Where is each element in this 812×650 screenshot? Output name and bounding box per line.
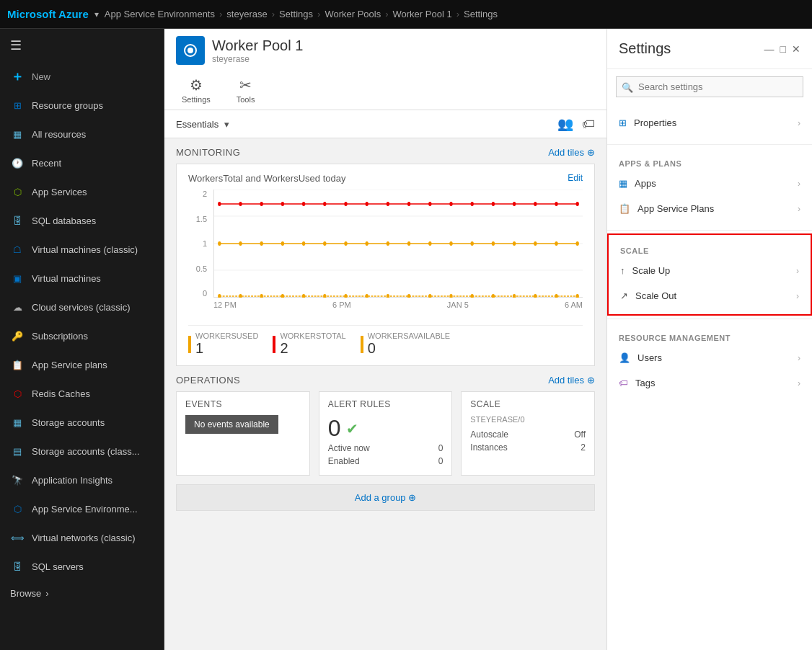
- users-label: Users: [637, 352, 662, 363]
- essentials-chevron-icon[interactable]: ▾: [224, 119, 229, 130]
- sidebar-item-recent[interactable]: 🕐 Recent: [0, 148, 164, 177]
- toolbar-tools-label: Tools: [237, 95, 255, 104]
- brand-label[interactable]: Microsoft Azure: [7, 8, 89, 20]
- sidebar-item-app-services[interactable]: ⬡ App Services: [0, 177, 164, 206]
- brand-chevron[interactable]: ▾: [94, 9, 99, 19]
- right-panel-restore-button[interactable]: □: [780, 43, 786, 55]
- essentials-bar: Essentials ▾ 👥 🏷: [164, 110, 606, 138]
- svg-point-59: [576, 294, 579, 298]
- alert-enabled-row: Enabled 0: [328, 455, 443, 468]
- main-content: Worker Pool 1 steyerase ⚙ Settings ✂ Too…: [164, 29, 606, 650]
- right-panel-close-button[interactable]: ✕: [792, 43, 800, 55]
- sidebar-item-redis-caches[interactable]: ⬡ Redis Caches: [0, 379, 164, 408]
- add-tiles-ops-button[interactable]: Add tiles ⊕: [548, 375, 595, 386]
- users-chevron-icon: ›: [798, 353, 800, 363]
- right-panel-minimize-button[interactable]: —: [764, 43, 775, 55]
- sql-servers-icon: 🗄: [10, 559, 25, 574]
- hamburger-menu[interactable]: ☰: [0, 29, 164, 62]
- add-ops-icon: ⊕: [587, 375, 595, 386]
- operations-row: Events No events available Alert rules 0…: [176, 391, 595, 476]
- sidebar-item-virtual-networks-classic[interactable]: ⟺ Virtual networks (classic): [0, 523, 164, 552]
- sidebar-browse[interactable]: Browse ›: [0, 581, 164, 606]
- chart-metrics: WORKERSUSED 1 WORKERSTOTAL 2: [188, 325, 583, 357]
- sidebar-item-virtual-machines-classic[interactable]: ☖ Virtual machines (classic): [0, 235, 164, 264]
- scale-section-label: SCALE: [609, 241, 811, 258]
- alert-ok-icon: ✔: [346, 420, 358, 437]
- enabled-label: Enabled: [328, 456, 360, 466]
- autoscale-value: Off: [574, 429, 586, 440]
- add-group-bar[interactable]: Add a group ⊕: [176, 484, 595, 511]
- divider-1: [607, 144, 812, 145]
- monitoring-header: Monitoring Add tiles ⊕: [176, 147, 595, 158]
- settings-item-properties[interactable]: ⊞ Properties ›: [607, 110, 812, 135]
- apps-chevron-icon: ›: [798, 179, 800, 189]
- sidebar-label-sql-databases: SQL databases: [32, 215, 96, 226]
- sidebar-item-new[interactable]: ＋ New: [0, 62, 164, 91]
- scale-out-icon: ↗: [620, 290, 628, 301]
- browse-chevron-icon: ›: [45, 588, 48, 599]
- workers-available-bar: [361, 336, 363, 353]
- enabled-value: 0: [438, 456, 443, 466]
- workers-used-value: 1: [195, 340, 258, 357]
- toolbar-settings-label: Settings: [182, 95, 211, 104]
- sidebar-item-storage-accounts[interactable]: ▦ Storage accounts: [0, 408, 164, 437]
- svg-point-15: [407, 202, 410, 206]
- operations-title: Operations: [176, 375, 240, 386]
- sidebar-item-resource-groups[interactable]: ⊞ Resource groups: [0, 91, 164, 120]
- add-tiles-label: Add tiles: [548, 147, 584, 158]
- sidebar-item-sql-databases[interactable]: 🗄 SQL databases: [0, 206, 164, 235]
- chart-edit-button[interactable]: Edit: [568, 173, 583, 183]
- properties-icon: ⊞: [619, 117, 627, 128]
- settings-item-tags[interactable]: 🏷 Tags ›: [607, 370, 812, 396]
- breadcrumb-steyerase[interactable]: steyerase: [226, 9, 267, 19]
- scale-out-chevron-icon: ›: [796, 291, 799, 301]
- svg-point-50: [387, 294, 389, 298]
- monitoring-section: Monitoring Add tiles ⊕ Edit WorkersTotal…: [164, 138, 606, 650]
- breadcrumb-settings1[interactable]: Settings: [279, 9, 313, 19]
- sql-databases-icon: 🗄: [10, 213, 25, 228]
- search-settings-input[interactable]: [616, 76, 803, 97]
- breadcrumb-worker-pools[interactable]: Worker Pools: [325, 9, 381, 19]
- apps-plans-section-label: APPS & PLANS: [607, 153, 812, 171]
- no-events-button[interactable]: No events available: [185, 415, 278, 434]
- settings-item-users[interactable]: 👤 Users ›: [607, 345, 812, 370]
- sidebar-item-all-resources[interactable]: ▦ All resources: [0, 120, 164, 148]
- sidebar-label-recent: Recent: [32, 158, 61, 169]
- add-tiles-button[interactable]: Add tiles ⊕: [548, 147, 595, 158]
- chart-svg: [214, 190, 583, 298]
- virtual-machines-classic-icon: ☖: [10, 242, 25, 257]
- sidebar-item-subscriptions[interactable]: 🔑 Subscriptions: [0, 321, 164, 350]
- svg-point-27: [281, 241, 284, 246]
- settings-item-apps[interactable]: ▦ Apps ›: [607, 171, 812, 196]
- sidebar-item-app-service-environments[interactable]: ⬡ App Service Environme...: [0, 494, 164, 523]
- storage-accounts-classic-icon: ▤: [10, 444, 25, 458]
- properties-section: ⊞ Properties ›: [607, 104, 812, 141]
- storage-accounts-icon: ▦: [10, 415, 25, 429]
- sidebar-label-virtual-machines-classic: Virtual machines (classic): [32, 244, 138, 255]
- sidebar-item-cloud-services[interactable]: ☁ Cloud services (classic): [0, 293, 164, 321]
- sidebar-item-virtual-machines[interactable]: ▣ Virtual machines: [0, 264, 164, 293]
- sidebar-item-storage-accounts-classic[interactable]: ▤ Storage accounts (class...: [0, 437, 164, 466]
- sidebar-item-sql-servers[interactable]: 🗄 SQL servers: [0, 552, 164, 581]
- sidebar-label-storage-accounts-classic: Storage accounts (class...: [32, 446, 140, 457]
- svg-point-38: [513, 241, 516, 246]
- svg-point-23: [576, 202, 579, 206]
- resource-groups-icon: ⊞: [10, 98, 25, 112]
- users-icon-button[interactable]: 👥: [557, 116, 573, 132]
- breadcrumb-ase[interactable]: App Service Environments: [105, 9, 215, 19]
- breadcrumb-worker-pool-1[interactable]: Worker Pool 1: [393, 9, 452, 19]
- sidebar-item-app-service-plans[interactable]: 📋 App Service plans: [0, 350, 164, 379]
- sidebar-label-app-service-plans: App Service plans: [32, 360, 107, 370]
- svg-point-35: [449, 241, 452, 246]
- settings-item-app-service-plans[interactable]: 📋 App Service Plans ›: [607, 196, 812, 221]
- svg-point-22: [555, 202, 557, 206]
- y-label-2: 2: [203, 190, 207, 198]
- sidebar-item-application-insights[interactable]: 🔭 Application Insights: [0, 466, 164, 494]
- toolbar-settings-button[interactable]: ⚙ Settings: [176, 74, 216, 107]
- breadcrumb-settings2[interactable]: Settings: [464, 9, 498, 19]
- tag-icon-button[interactable]: 🏷: [582, 116, 595, 132]
- settings-item-scale-out[interactable]: ↗ Scale Out ›: [609, 283, 811, 308]
- toolbar-tools-button[interactable]: ✂ Tools: [231, 74, 261, 107]
- settings-item-scale-up[interactable]: ↑ Scale Up ›: [609, 258, 811, 283]
- svg-point-46: [302, 294, 305, 298]
